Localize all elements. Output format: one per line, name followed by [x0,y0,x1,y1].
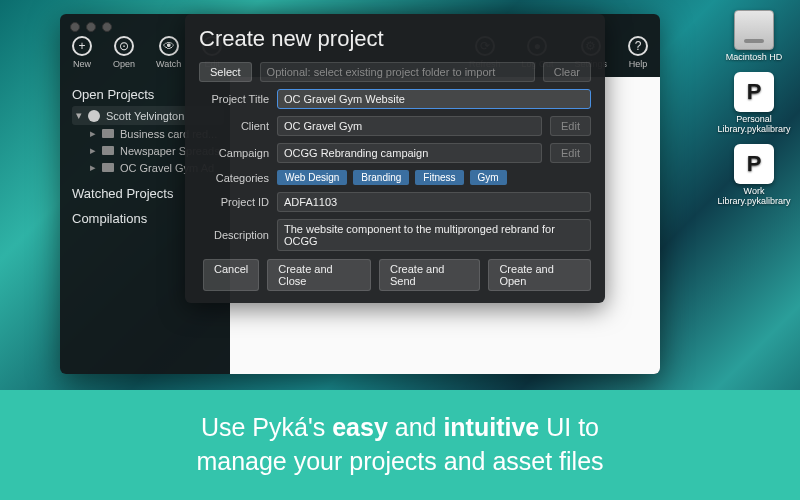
categories-label: Categories [199,172,269,184]
folder-icon [102,129,114,138]
modal-title: Create new project [199,26,591,52]
campaign-edit-button[interactable]: Edit [550,143,591,163]
create-send-button[interactable]: Create and Send [379,259,480,291]
create-project-modal: Create new project Select Optional: sele… [185,14,605,303]
open-button[interactable]: ⊙Open [113,36,135,69]
project-title-input[interactable]: OC Gravel Gym Website [277,89,591,109]
help-button[interactable]: ?Help [628,36,648,69]
client-input[interactable]: OC Gravel Gym [277,116,542,136]
avatar-icon [88,110,100,122]
plus-icon: + [72,36,92,56]
desktop-icon-work-library[interactable]: P Work Library.pykalibrary [718,144,790,206]
promo-banner: Use Pyká's easy and intuitive UI to mana… [0,390,800,500]
create-open-button[interactable]: Create and Open [488,259,591,291]
desktop-icons: Macintosh HD P Personal Library.pykalibr… [718,10,790,206]
library-icon: P [734,72,774,112]
help-icon: ? [628,36,648,56]
folder-icon [102,163,114,172]
new-button[interactable]: +New [72,36,92,69]
project-id-input[interactable]: ADFA1103 [277,192,591,212]
category-tag[interactable]: Branding [353,170,409,185]
desktop-icon-personal-library[interactable]: P Personal Library.pykalibrary [718,72,790,134]
desktop-icon-hd[interactable]: Macintosh HD [718,10,790,62]
library-icon: P [734,144,774,184]
cancel-button[interactable]: Cancel [203,259,259,291]
description-input[interactable]: The website component to the multipronge… [277,219,591,251]
categories-tags[interactable]: Web Design Branding Fitness Gym [277,170,591,185]
campaign-label: Campaign [199,147,269,159]
campaign-input[interactable]: OCGG Rebranding campaign [277,143,542,163]
hd-label: Macintosh HD [726,52,783,62]
category-tag[interactable]: Gym [470,170,507,185]
eye-icon: 👁 [159,36,179,56]
library-label: Work Library.pykalibrary [718,186,791,206]
client-label: Client [199,120,269,132]
category-tag[interactable]: Web Design [277,170,347,185]
open-icon: ⊙ [114,36,134,56]
import-path-field[interactable]: Optional: select existing project folder… [260,62,535,82]
project-id-label: Project ID [199,196,269,208]
project-title-label: Project Title [199,93,269,105]
watch-button[interactable]: 👁Watch [156,36,181,69]
description-label: Description [199,229,269,241]
client-edit-button[interactable]: Edit [550,116,591,136]
folder-icon [102,146,114,155]
library-label: Personal Library.pykalibrary [718,114,791,134]
hd-icon [734,10,774,50]
select-folder-button[interactable]: Select [199,62,252,82]
window-controls[interactable] [70,22,112,32]
create-close-button[interactable]: Create and Close [267,259,371,291]
clear-button[interactable]: Clear [543,62,591,82]
category-tag[interactable]: Fitness [415,170,463,185]
